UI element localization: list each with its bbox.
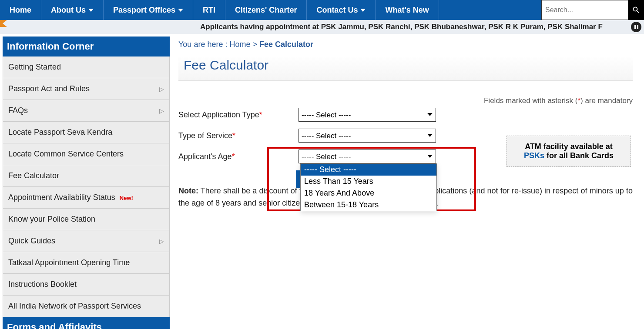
breadcrumb-current: Fee Calculator (259, 40, 313, 49)
sidebar-item-label: Tatkaal Appointment Opening Time (8, 258, 130, 267)
nav-label: About Us (51, 6, 86, 15)
chevron-right-icon: ▷ (159, 238, 164, 245)
sidebar-item-quick-guides[interactable]: Quick Guides▷ (3, 230, 170, 252)
sidebar-item-all-india-network[interactable]: All India Network of Passport Services (3, 296, 170, 317)
mandatory-post: ) are mandatory (580, 96, 633, 105)
nav-label: RTI (203, 6, 215, 15)
sidebar-item-label: All India Network of Passport Services (8, 302, 141, 311)
sidebar-item-instructions-booklet[interactable]: Instructions Booklet (3, 274, 170, 296)
sidebar: Information Corner Getting Started Passp… (3, 37, 170, 329)
label-application-type: Select Application Type* (178, 110, 299, 120)
search-wrap (541, 0, 644, 20)
page-title: Fee Calculator (178, 55, 633, 81)
nav-label: Home (10, 6, 31, 15)
pause-button[interactable] (631, 22, 641, 32)
select-applicants-age[interactable]: ----- Select ----- (299, 150, 436, 163)
marquee-text: Applicants having appointment at PSK Jam… (200, 23, 603, 31)
nav-contact-us[interactable]: Contact Us (307, 0, 376, 20)
sidebar-item-fee-calculator[interactable]: Fee Calculator (3, 165, 170, 187)
sidebar-item-label: Quick Guides (8, 236, 55, 246)
age-dropdown-list: ----- Select ----- Less Than 15 Years 18… (300, 163, 437, 211)
breadcrumb: You are here : Home > Fee Calculator (178, 37, 633, 55)
mandatory-note: Fields marked with asterisk (*) are mand… (178, 96, 633, 105)
sidebar-header-forms: Forms and Affidavits (3, 317, 170, 329)
breadcrumb-prefix: You are here : (178, 40, 229, 49)
chevron-right-icon: ▷ (159, 86, 164, 93)
sidebar-item-label: Fee Calculator (8, 171, 59, 180)
caret-down-icon (88, 9, 94, 12)
sidebar-item-appointment-availability[interactable]: Appointment Availability StatusNew! (3, 187, 170, 209)
age-option-15-18[interactable]: Between 15-18 Years (301, 199, 436, 211)
nav-about-us[interactable]: About Us (41, 0, 104, 20)
sidebar-item-getting-started[interactable]: Getting Started (3, 56, 170, 78)
atm-info-box: ATM facility available at PSKs for all B… (506, 136, 631, 167)
new-badge: New! (120, 195, 133, 201)
select-application-type[interactable]: ----- Select ----- (299, 108, 436, 122)
sidebar-item-locate-psk[interactable]: Locate Passport Seva Kendra (3, 122, 170, 143)
atm-psk-link[interactable]: PSKs (524, 151, 544, 160)
nav-citizens-charter[interactable]: Citizens' Charter (225, 0, 307, 20)
nav-label: Citizens' Charter (235, 6, 297, 15)
label-applicants-age: Applicant's Age* (178, 152, 299, 161)
age-option-18plus[interactable]: 18 Years And Above (301, 187, 436, 199)
nav-label: Passport Offices (113, 6, 175, 15)
search-input[interactable] (541, 0, 628, 20)
chevron-right-icon: ▷ (159, 107, 164, 114)
marquee-bar: Applicants having appointment at PSK Jam… (0, 20, 644, 34)
atm-line2: for all Bank Cards (544, 151, 614, 160)
sidebar-item-locate-csc[interactable]: Locate Common Service Centers (3, 143, 170, 165)
top-nav: Home About Us Passport Offices RTI Citiz… (0, 0, 644, 20)
select-service-type[interactable]: ----- Select ----- (299, 129, 436, 143)
nav-label: What's New (385, 6, 429, 15)
breadcrumb-home[interactable]: Home (229, 40, 250, 49)
nav-home[interactable]: Home (0, 0, 41, 20)
nav-passport-offices[interactable]: Passport Offices (104, 0, 193, 20)
sidebar-item-label: Getting Started (8, 63, 61, 72)
breadcrumb-sep: > (250, 40, 259, 49)
sidebar-item-police-station[interactable]: Know your Police Station (3, 209, 170, 230)
sidebar-item-label: Instructions Booklet (8, 280, 77, 289)
caret-down-icon (178, 9, 183, 12)
sidebar-header-info-corner: Information Corner (3, 37, 170, 56)
age-option-lt15[interactable]: Less Than 15 Years (301, 176, 436, 187)
caret-down-icon (360, 9, 366, 12)
sidebar-item-label: Know your Police Station (8, 215, 95, 224)
sidebar-item-label: FAQs (8, 106, 28, 115)
nav-whats-new[interactable]: What's New (376, 0, 439, 20)
marquee-tab-icon (0, 20, 7, 27)
label-service-type: Type of Service* (178, 131, 299, 140)
sidebar-item-label: Appointment Availability Status (8, 193, 115, 202)
sidebar-item-faqs[interactable]: FAQs▷ (3, 100, 170, 122)
sidebar-item-label: Passport Act and Rules (8, 84, 90, 93)
mandatory-pre: Fields marked with asterisk ( (484, 96, 577, 105)
sidebar-item-label: Locate Passport Seva Kendra (8, 128, 112, 137)
atm-line1: ATM facility available at (525, 142, 613, 151)
search-button[interactable] (628, 0, 644, 20)
nav-label: Contact Us (316, 6, 358, 15)
sidebar-item-label: Locate Common Service Centers (8, 150, 124, 159)
search-icon (632, 6, 641, 14)
asterisk-icon: * (577, 96, 580, 105)
note-label: Note: (178, 186, 198, 195)
sidebar-item-tatkaal[interactable]: Tatkaal Appointment Opening Time (3, 252, 170, 274)
sidebar-item-passport-act[interactable]: Passport Act and Rules▷ (3, 78, 170, 100)
nav-rti[interactable]: RTI (193, 0, 225, 20)
age-option-select[interactable]: ----- Select ----- (301, 164, 436, 176)
